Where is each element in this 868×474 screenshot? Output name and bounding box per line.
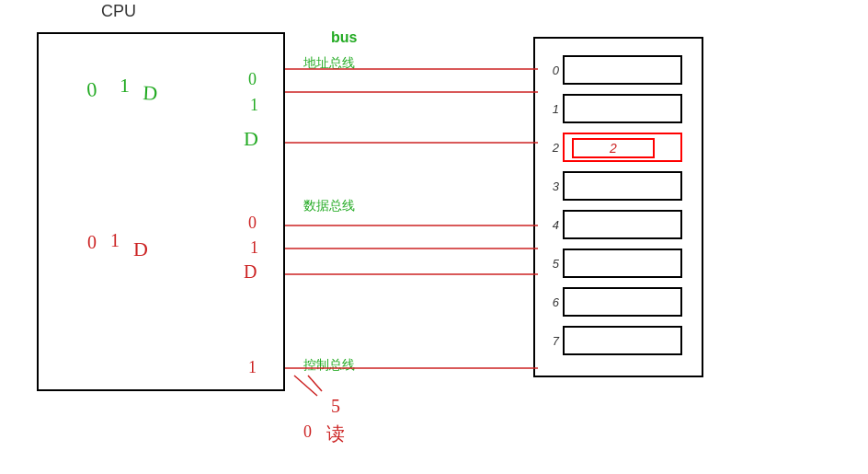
row-label-5: 5 xyxy=(542,257,559,271)
memory-rows: 0 1 2 2 3 4 5 xyxy=(542,51,682,360)
row-label-6: 6 xyxy=(542,295,559,309)
memory-row-3: 3 xyxy=(542,167,682,205)
row-cell-2: 2 xyxy=(563,133,682,162)
row-cell-3 xyxy=(563,171,682,201)
memory-row-5: 5 xyxy=(542,244,682,283)
cpu-label: CPU xyxy=(101,2,136,21)
memory-row-4: 4 xyxy=(542,205,682,244)
svg-text:5: 5 xyxy=(331,396,340,416)
svg-line-21 xyxy=(308,376,322,391)
svg-text:读: 读 xyxy=(326,423,345,444)
row-cell-5 xyxy=(563,249,682,278)
row-cell-6 xyxy=(563,287,682,317)
row-cell-4 xyxy=(563,210,682,239)
memory-row-2: 2 2 xyxy=(542,128,682,167)
svg-line-20 xyxy=(294,376,317,396)
memory-row-0: 0 xyxy=(542,51,682,89)
row-cell-7 xyxy=(563,326,682,355)
row-cell-2-inner: 2 xyxy=(572,138,655,158)
addr-bus-label: 地址总线 xyxy=(303,55,355,72)
row-label-4: 4 xyxy=(542,218,559,232)
row-label-1: 1 xyxy=(542,102,559,116)
svg-text:0: 0 xyxy=(303,422,312,441)
data-bus-label: 数据总线 xyxy=(303,198,355,214)
memory-row-7: 7 xyxy=(542,321,682,360)
memory-row-6: 6 xyxy=(542,283,682,321)
ctrl-bus-label: 控制总线 xyxy=(303,357,355,374)
row-label-7: 7 xyxy=(542,334,559,348)
cpu-box xyxy=(37,32,285,391)
row-label-2: 2 xyxy=(542,141,559,155)
bus-label: bus xyxy=(331,29,357,46)
diagram-canvas: CPU 0 1 2 2 3 4 xyxy=(0,0,868,474)
row-cell-1 xyxy=(563,94,682,123)
row-label-3: 3 xyxy=(542,179,559,193)
row-2-value: 2 xyxy=(610,141,617,156)
row-label-0: 0 xyxy=(542,64,559,77)
row-cell-0 xyxy=(563,55,682,85)
memory-row-1: 1 xyxy=(542,89,682,128)
